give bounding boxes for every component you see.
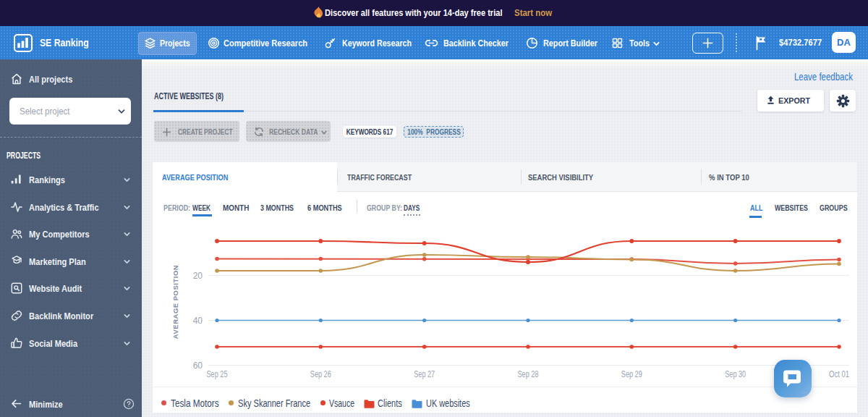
svg-text:Sep 27: Sep 27 bbox=[414, 369, 435, 379]
svg-text:40: 40 bbox=[193, 316, 203, 326]
svg-text:Sep 29: Sep 29 bbox=[621, 369, 642, 379]
svg-text:20: 20 bbox=[193, 271, 203, 281]
svg-text:60: 60 bbox=[193, 361, 203, 371]
svg-text:Sep 25: Sep 25 bbox=[207, 369, 228, 379]
svg-text:Sep 28: Sep 28 bbox=[518, 369, 539, 379]
svg-text:Oct 01: Oct 01 bbox=[829, 369, 849, 379]
svg-text:AVERAGE POSITION: AVERAGE POSITION bbox=[171, 265, 179, 339]
svg-text:Sep 26: Sep 26 bbox=[310, 369, 331, 379]
svg-text:Sep 30: Sep 30 bbox=[725, 369, 746, 379]
